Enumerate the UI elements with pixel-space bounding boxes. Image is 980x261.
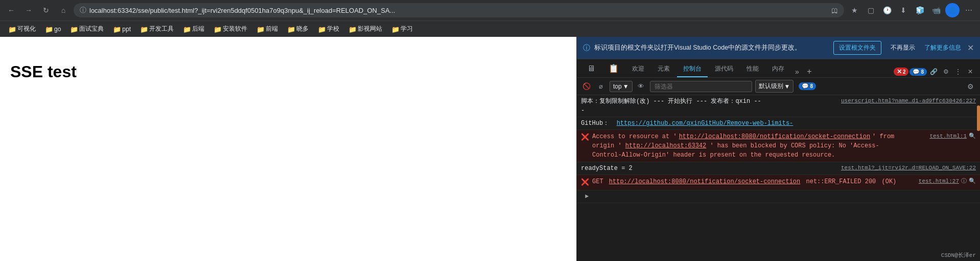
folder-icon: 📁 [318, 26, 325, 33]
console-row: readyState = 2 test.html?_ijt=rvi2r…d=RE… [577, 162, 980, 175]
refresh-button[interactable]: ↻ [39, 3, 53, 17]
watermark: CSDN@长泽er [941, 251, 976, 259]
dismiss-button[interactable]: 不再显示 [885, 41, 920, 54]
history-button[interactable]: 🕐 [880, 3, 894, 17]
bookmark-visualize[interactable]: 📁 可视化 [4, 23, 40, 35]
folder-icon: 📁 [391, 26, 399, 33]
get-error-link[interactable]: http://localhost:8080/notification/socke… [609, 177, 800, 186]
forward-button[interactable]: → [21, 3, 36, 17]
console-output[interactable]: 脚本：复制限制解除(改) --- 开始执行 --- 发布者：qxin --- u… [577, 95, 980, 261]
console-row-get-error: ❌ GET http://localhost:8080/notification… [577, 175, 980, 190]
devtools-toolbar: 🚫 ⌀ top ▼ 👁 默认级别 ▼ 💬 8 ⚙ [577, 78, 980, 95]
console-row-expand: ► [577, 190, 980, 203]
scrollbar-thumb[interactable] [977, 105, 980, 131]
folder-icon: 📁 [45, 26, 52, 33]
bookmark-xiaoduo[interactable]: 📁 晓多 [283, 23, 313, 35]
devtools-share-button[interactable]: 🔗 [928, 66, 939, 77]
learn-more-link[interactable]: 了解更多信息 [924, 44, 961, 52]
devtools-settings-button[interactable]: ⚙ [940, 66, 951, 77]
tab-sources[interactable]: 源代码 [709, 61, 739, 77]
browser-tab-button[interactable]: ▢ [864, 3, 878, 17]
error-file-ref: test.html:1 🔍 [929, 132, 976, 141]
info-icon: ⓘ [961, 177, 967, 186]
eye-icon-button[interactable]: 👁 [636, 81, 647, 92]
page-title: SSE test [10, 62, 566, 81]
set-root-button[interactable]: 设置根文件夹 [833, 41, 881, 55]
bookmark-school[interactable]: 📁 学校 [314, 23, 343, 35]
extensions-button[interactable]: 🧊 [913, 3, 927, 17]
profile-avatar[interactable]: 👤 [945, 3, 960, 17]
bookmark-movies[interactable]: 📁 影视网站 [344, 23, 386, 35]
tab-welcome[interactable]: 欢迎 [626, 61, 650, 77]
tab-performance[interactable]: 性能 [740, 61, 765, 77]
console-text: 脚本：复制限制解除(改) --- 开始执行 --- 发布者：qxin --- [581, 97, 838, 115]
console-settings-button[interactable]: ⚙ [965, 81, 976, 92]
folder-icon: 📁 [214, 26, 221, 33]
folder-icon: 📁 [287, 26, 294, 33]
level-selector[interactable]: 默认级别 ▼ [755, 80, 794, 93]
tab-close-area: ✕ 2 💬 8 🔗 ⚙ ⋮ ✕ [894, 66, 976, 77]
main-area: SSE test ⓘ 标识项目的根文件夹以打开Visual Studio Cod… [0, 37, 980, 261]
error-count-badge[interactable]: ✕ 2 [894, 68, 909, 76]
nav-actions: ★ ▢ 🕐 ⬇ 🧊 📹 👤 ⋯ [847, 3, 976, 17]
bookmark-go[interactable]: 📁 go [41, 24, 65, 35]
level-arrow-icon: ▼ [784, 83, 790, 90]
filter-toggle-button[interactable]: ⌀ [595, 81, 606, 92]
devtools-more-button[interactable]: ⋮ [952, 66, 964, 77]
get-error-file-ref-link[interactable]: test.html:27 [919, 177, 959, 186]
search-icon[interactable]: 🔍 [969, 132, 976, 141]
console-row-error: ❌ Access to resource at ' http://localho… [577, 130, 980, 162]
url-text: localhost:63342/sse/public/test.html?_ij… [89, 7, 828, 14]
cors-resource-link[interactable]: http://localhost:8080/notification/socke… [679, 132, 870, 141]
banner-close-icon[interactable]: ✕ [967, 43, 974, 53]
get-error-file-ref: test.html:27 ⓘ 🔍 [919, 177, 976, 186]
nav-bar: ← → ↻ ⌂ ⓘ localhost:63342/sse/public/tes… [0, 0, 980, 20]
context-selector[interactable]: top ▼ [610, 81, 633, 92]
github-link[interactable]: https://github.com/qxinGitHub/Remove-web… [617, 120, 794, 127]
screen-cast-button[interactable]: 📹 [929, 3, 943, 17]
search-icon[interactable]: 🔍 [969, 177, 976, 186]
error-icon: ❌ [581, 178, 589, 188]
bookmark-ppt[interactable]: 📁 ppt [109, 24, 135, 35]
read-mode-icon: 🕮 [831, 7, 838, 14]
expand-icon[interactable]: ► [585, 192, 589, 201]
error-file-ref-link[interactable]: test.html:1 [929, 132, 967, 141]
devtools-tabs: 🖥 📋 欢迎 元素 控制台 源代码 性能 内存 [577, 59, 980, 78]
tab-screen[interactable]: 🖥 [581, 61, 601, 77]
warn-count-badge[interactable]: 💬 8 [909, 68, 927, 76]
bookmark-devtools[interactable]: 📁 开发工具 [136, 23, 178, 35]
security-icon: ⓘ [80, 6, 86, 15]
folder-icon: 📁 [70, 26, 77, 33]
bookmark-star-button[interactable]: ★ [847, 3, 861, 17]
tab-add-button[interactable]: + [804, 66, 815, 77]
file-ref-link[interactable]: userscript.html?name…d1-ad9ffc630426:227 [841, 97, 976, 105]
bookmark-interview[interactable]: 📁 面试宝典 [66, 23, 108, 35]
clear-console-button[interactable]: 🚫 [581, 81, 592, 92]
bookmark-study[interactable]: 📁 学习 [387, 23, 417, 35]
context-arrow-icon: ▼ [623, 83, 629, 90]
cors-error-text: Control-Allow-Origin' header is present … [592, 150, 976, 160]
devtools-close-button[interactable]: ✕ [965, 66, 976, 77]
home-button[interactable]: ⌂ [56, 3, 71, 17]
tab-elements[interactable]: 元素 [651, 61, 676, 77]
tab-clipboard[interactable]: 📋 [602, 60, 625, 77]
bookmark-frontend[interactable]: 📁 前端 [252, 23, 282, 35]
banner-text: 标识项目的根文件夹以打开Visual Studio Code中的源文件并同步更改… [594, 44, 829, 52]
bookmark-backend[interactable]: 📁 后端 [179, 23, 208, 35]
cors-origin-link[interactable]: http://localhost:63342 [625, 142, 706, 149]
bookmark-software[interactable]: 📁 安装软件 [209, 23, 251, 35]
filter-input[interactable] [650, 81, 752, 92]
more-menu-button[interactable]: ⋯ [962, 3, 976, 17]
tab-more-button[interactable]: » [791, 66, 803, 77]
banner-info-icon: ⓘ [583, 44, 590, 53]
file-ref-link[interactable]: test.html?_ijt=rvi2r…d=RELOAD_ON_SAVE:22 [841, 164, 976, 172]
folder-icon: 📁 [140, 26, 147, 33]
console-text: GitHub： https://github.com/qxinGitHub/Re… [581, 119, 976, 128]
tab-console[interactable]: 控制台 [677, 61, 708, 77]
back-button[interactable]: ← [4, 3, 18, 17]
address-bar[interactable]: ⓘ localhost:63342/sse/public/test.html?_… [74, 3, 844, 17]
error-icon: ❌ [581, 133, 589, 143]
tab-memory[interactable]: 内存 [766, 61, 790, 77]
download-button[interactable]: ⬇ [896, 3, 911, 17]
folder-icon: 📁 [256, 26, 264, 33]
